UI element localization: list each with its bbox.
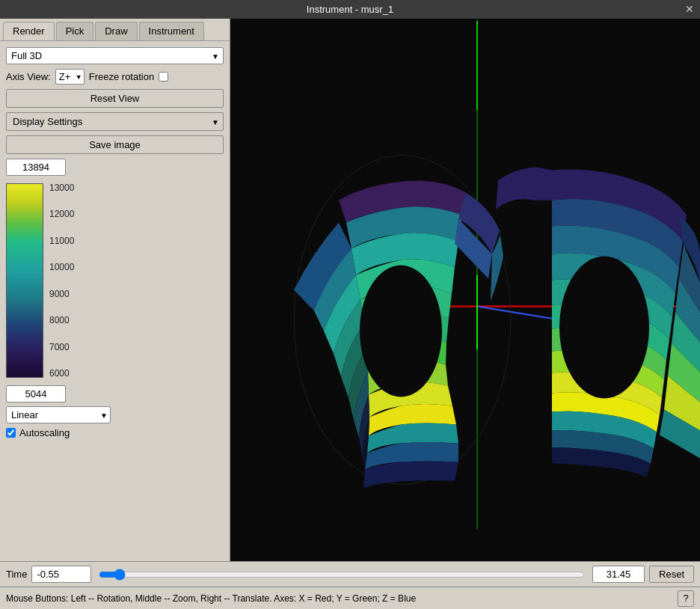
axis-view-select[interactable]: Z+ Z- X+ X- Y+ Y- bbox=[55, 69, 85, 85]
time-start-input[interactable] bbox=[31, 566, 91, 583]
autoscale-label: Autoscaling bbox=[19, 427, 70, 438]
min-value-input[interactable] bbox=[6, 385, 66, 403]
main-content: Render Pick Draw Instrument Full 3D Top … bbox=[0, 19, 700, 561]
time-end-input[interactable] bbox=[592, 566, 645, 583]
tab-pick[interactable]: Pick bbox=[56, 22, 94, 40]
scale-label-13000: 13000 bbox=[49, 183, 74, 192]
help-button[interactable]: ? bbox=[678, 590, 694, 607]
bottom-value-area: Linear Log Power ▼ Autoscaling bbox=[6, 385, 224, 438]
display-settings-button[interactable]: Display Settings bbox=[6, 112, 224, 131]
colorscale-labels: 13000 12000 11000 10000 9000 8000 7000 6… bbox=[46, 183, 77, 378]
scale-label-11000: 11000 bbox=[49, 236, 74, 245]
titlebar: Instrument - musr_1 ✕ bbox=[0, 0, 700, 19]
viewport[interactable] bbox=[230, 19, 700, 561]
time-slider[interactable] bbox=[99, 569, 585, 581]
scene-svg bbox=[230, 19, 700, 561]
status-bar: Mouse Buttons: Left -- Rotation, Middle … bbox=[0, 587, 700, 609]
view-mode-dropdown-wrapper: Full 3D Top Side Front ▼ bbox=[6, 47, 224, 64]
axis-select-wrapper: Z+ Z- X+ X- Y+ Y- ▼ bbox=[55, 69, 85, 85]
tab-draw[interactable]: Draw bbox=[95, 22, 137, 40]
left-panel: Render Pick Draw Instrument Full 3D Top … bbox=[0, 19, 230, 561]
titlebar-title: Instrument - musr_1 bbox=[307, 4, 393, 15]
linear-row: Linear Log Power ▼ bbox=[6, 406, 224, 423]
max-value-input[interactable] bbox=[6, 159, 66, 176]
autoscale-checkbox[interactable] bbox=[6, 428, 16, 438]
display-settings-wrapper: Display Settings ▼ bbox=[6, 112, 224, 131]
controls-area: Full 3D Top Side Front ▼ Axis View: Z+ Z… bbox=[0, 41, 230, 561]
axis-view-label: Axis View: bbox=[6, 71, 51, 82]
svg-point-7 bbox=[559, 257, 649, 399]
tab-instrument[interactable]: Instrument bbox=[139, 22, 204, 40]
freeze-rotation-checkbox[interactable] bbox=[159, 72, 168, 82]
colorscale-area: 13000 12000 11000 10000 9000 8000 7000 6… bbox=[6, 180, 224, 381]
scale-label-8000: 8000 bbox=[49, 316, 74, 325]
svg-point-8 bbox=[360, 266, 442, 397]
scale-label-6000: 6000 bbox=[49, 369, 74, 378]
freeze-rotation-label: Freeze rotation bbox=[89, 71, 154, 82]
autoscale-row: Autoscaling bbox=[6, 427, 224, 438]
scale-label-9000: 9000 bbox=[49, 290, 74, 299]
time-label: Time bbox=[6, 569, 27, 580]
tab-render[interactable]: Render bbox=[3, 22, 55, 40]
max-value-row bbox=[6, 159, 224, 176]
status-text: Mouse Buttons: Left -- Rotation, Middle … bbox=[6, 593, 672, 604]
scale-label-10000: 10000 bbox=[49, 263, 74, 272]
bottom-bar: Time Reset bbox=[0, 561, 700, 587]
linear-select-wrapper: Linear Log Power ▼ bbox=[6, 406, 111, 423]
time-reset-button[interactable]: Reset bbox=[649, 566, 694, 583]
reset-view-button[interactable]: Reset View bbox=[6, 89, 224, 108]
scale-label-7000: 7000 bbox=[49, 343, 74, 352]
scale-mode-select[interactable]: Linear Log Power bbox=[6, 406, 111, 423]
colorscale-bar bbox=[6, 183, 43, 378]
tabs-container: Render Pick Draw Instrument bbox=[0, 19, 230, 41]
axis-row: Axis View: Z+ Z- X+ X- Y+ Y- ▼ Freeze ro… bbox=[6, 69, 224, 85]
view-mode-select[interactable]: Full 3D Top Side Front bbox=[6, 47, 224, 64]
save-image-button[interactable]: Save image bbox=[6, 135, 224, 154]
scale-label-12000: 12000 bbox=[49, 209, 74, 218]
close-button[interactable]: ✕ bbox=[685, 3, 694, 15]
